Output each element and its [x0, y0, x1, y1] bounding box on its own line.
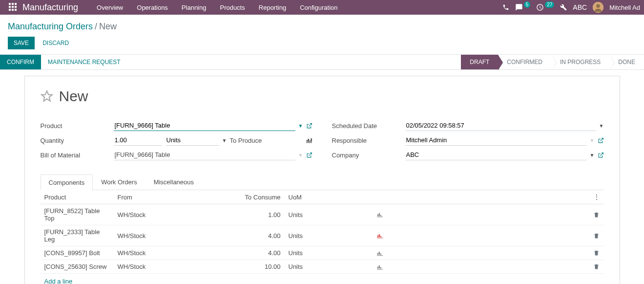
forecast-chart-icon[interactable] [376, 264, 585, 270]
table-row[interactable]: [CONS_25630] Screw WH/Stock 10.00 Units [41, 260, 604, 274]
action-row: SAVE DISCARD [0, 37, 644, 54]
breadcrumb-parent[interactable]: Manufacturing Orders [8, 22, 93, 32]
kebab-icon[interactable]: ⋮ [593, 193, 600, 201]
status-left: CONFIRM MAINTENANCE REQUEST [0, 55, 127, 69]
status-step-in-progress[interactable]: IN PROGRESS [551, 55, 609, 69]
cell-to-consume[interactable]: 4.00 [241, 246, 285, 260]
discard-button[interactable]: DISCARD [37, 37, 75, 49]
app-title[interactable]: Manufacturing [22, 2, 78, 13]
tab-work-orders[interactable]: Work Orders [93, 174, 145, 190]
nav-operations[interactable]: Operations [130, 0, 175, 15]
cell-product[interactable]: [CONS_89957] Bolt [41, 246, 114, 260]
delete-icon[interactable] [593, 250, 600, 256]
quantity-input[interactable] [114, 135, 163, 146]
activities-icon[interactable]: 27 [536, 3, 554, 11]
save-button[interactable]: SAVE [8, 37, 35, 49]
tools-icon[interactable] [560, 4, 567, 11]
quantity-uom-input[interactable] [166, 135, 219, 146]
company-switcher[interactable]: ABC [573, 3, 587, 11]
nav-overview[interactable]: Overview [90, 0, 130, 15]
breadcrumb: Manufacturing Orders / New [0, 15, 644, 37]
cell-uom[interactable]: Units [285, 225, 373, 246]
messages-icon[interactable]: 5 [515, 3, 531, 11]
th-forecast [373, 190, 589, 204]
cell-from[interactable]: WH/Stock [114, 260, 241, 274]
uom-dropdown-caret[interactable]: ▼ [222, 138, 227, 143]
forecast-chart-icon[interactable] [376, 233, 585, 239]
company-dropdown-caret[interactable]: ▼ [590, 153, 595, 158]
product-dropdown-caret[interactable]: ▼ [298, 123, 303, 129]
form-col-left: Product ▼ Quantity ▼ To Produce [41, 118, 312, 162]
delete-icon[interactable] [593, 233, 600, 239]
company-input[interactable] [405, 150, 587, 160]
scheduled-dropdown-caret[interactable]: ▼ [599, 123, 604, 129]
status-step-confirmed[interactable]: CONFIRMED [498, 55, 551, 69]
form-title-row: New [41, 88, 604, 105]
cell-forecast [373, 204, 589, 225]
avatar[interactable] [593, 2, 603, 13]
user-name[interactable]: Mitchell Ad [609, 4, 640, 11]
bom-external-link-icon[interactable] [306, 152, 312, 158]
cell-to-consume[interactable]: 4.00 [241, 225, 285, 246]
table-row[interactable]: [FURN_2333] Table Leg WH/Stock 4.00 Unit… [41, 225, 604, 246]
scheduled-date-input[interactable] [405, 120, 596, 131]
cell-actions [589, 204, 604, 225]
tab-miscellaneous[interactable]: Miscellaneous [145, 174, 202, 190]
cell-uom[interactable]: Units [285, 246, 373, 260]
cell-from[interactable]: WH/Stock [114, 225, 241, 246]
form-grid: Product ▼ Quantity ▼ To Produce [41, 118, 604, 162]
nav-products[interactable]: Products [213, 0, 251, 15]
cell-uom[interactable]: Units [285, 204, 373, 225]
tab-components[interactable]: Components [41, 175, 93, 190]
quantity-label: Quantity [41, 137, 114, 144]
bom-dropdown-caret[interactable]: ▼ [298, 153, 303, 158]
responsible-label: Responsible [332, 137, 405, 144]
phone-icon[interactable] [502, 4, 509, 11]
star-icon[interactable] [41, 90, 53, 103]
product-external-link-icon[interactable] [306, 123, 312, 129]
cell-uom[interactable]: Units [285, 260, 373, 274]
bom-input[interactable] [114, 150, 295, 160]
cell-from[interactable]: WH/Stock [114, 246, 241, 260]
table-row[interactable]: [CONS_89957] Bolt WH/Stock 4.00 Units [41, 246, 604, 260]
cell-product[interactable]: [FURN_2333] Table Leg [41, 225, 114, 246]
delete-icon[interactable] [593, 263, 600, 270]
tabs: Components Work Orders Miscellaneous [41, 174, 604, 190]
cell-from[interactable]: WH/Stock [114, 204, 241, 225]
forecast-chart-icon[interactable] [376, 250, 585, 256]
confirm-button[interactable]: CONFIRM [0, 55, 41, 69]
forecast-icon[interactable] [306, 137, 312, 144]
nav-configuration[interactable]: Configuration [293, 0, 344, 15]
apps-icon[interactable] [9, 3, 18, 12]
responsible-external-link-icon[interactable] [598, 137, 604, 144]
responsible-input[interactable] [405, 135, 587, 146]
nav-menu: Overview Operations Planning Products Re… [90, 0, 344, 15]
cell-to-consume[interactable]: 1.00 [241, 204, 285, 225]
status-steps: DRAFT CONFIRMED IN PROGRESS DONE [461, 55, 644, 69]
cell-product[interactable]: [CONS_25630] Screw [41, 260, 114, 274]
cell-actions [589, 260, 604, 274]
th-from: From [114, 190, 241, 204]
form-sheet: New Product ▼ Quantity ▼ [24, 76, 620, 284]
responsible-dropdown-caret[interactable]: ▼ [590, 138, 595, 143]
product-input[interactable] [114, 120, 295, 131]
nav-reporting[interactable]: Reporting [252, 0, 293, 15]
th-product: Product [41, 190, 114, 204]
table-row[interactable]: [FURN_8522] Table Top WH/Stock 1.00 Unit… [41, 204, 604, 225]
maintenance-request-button[interactable]: MAINTENANCE REQUEST [41, 55, 127, 69]
components-table: Product From To Consume UoM ⋮ [FURN_8522… [41, 190, 604, 274]
status-bar: CONFIRM MAINTENANCE REQUEST DRAFT CONFIR… [0, 54, 644, 70]
to-produce-label: To Produce [229, 137, 262, 144]
forecast-chart-icon[interactable] [376, 212, 585, 218]
add-line-button[interactable]: Add a line [41, 274, 604, 284]
status-step-draft[interactable]: DRAFT [461, 55, 498, 69]
delete-icon[interactable] [593, 212, 600, 218]
cell-product[interactable]: [FURN_8522] Table Top [41, 204, 114, 225]
cell-to-consume[interactable]: 10.00 [241, 260, 285, 274]
company-external-link-icon[interactable] [598, 152, 604, 158]
messages-badge: 5 [524, 1, 531, 8]
cell-forecast [373, 225, 589, 246]
product-label: Product [41, 122, 114, 130]
breadcrumb-current: New [99, 22, 117, 32]
nav-planning[interactable]: Planning [175, 0, 213, 15]
